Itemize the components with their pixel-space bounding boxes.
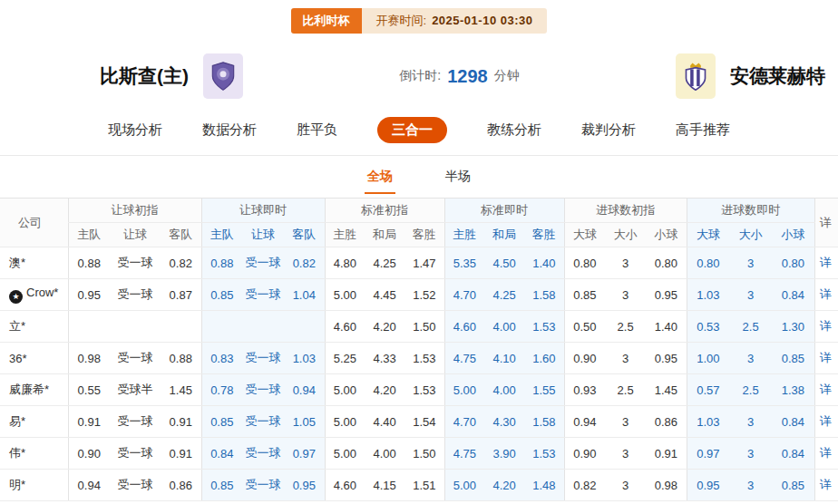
- group-header: 进球数即时: [687, 199, 814, 223]
- odds-cell: 0.85: [201, 470, 242, 501]
- company-cell[interactable]: 澳*: [0, 247, 68, 279]
- odds-cell: 4.20: [484, 470, 524, 501]
- nav-tab-数据分析[interactable]: 数据分析: [202, 121, 257, 139]
- countdown-value: 1298: [447, 66, 488, 87]
- nav-tab-三合一[interactable]: 三合一: [377, 117, 447, 143]
- match-header: 比斯查(主) 倒计时: 1298 分钟 安德莱赫特: [0, 34, 838, 104]
- odds-cell: 0.88: [201, 247, 242, 279]
- table-row: 威廉希*0.55受球半1.450.78受一球0.945.004.201.535.…: [0, 374, 838, 406]
- company-cell[interactable]: 易*: [0, 406, 68, 438]
- nav-tab-教练分析[interactable]: 教练分析: [487, 121, 541, 139]
- home-team-name: 比斯查(主): [100, 63, 189, 89]
- nav-tab-现场分析[interactable]: 现场分析: [108, 121, 162, 139]
- odds-cell: 4.70: [444, 279, 484, 311]
- odds-cell: 4.30: [484, 406, 524, 438]
- odds-cell: 0.57: [687, 374, 729, 406]
- group-header: 标准初指: [325, 199, 444, 223]
- league-badge[interactable]: 比利时杯: [291, 8, 362, 34]
- odds-cell: 0.80: [687, 247, 729, 279]
- odds-cell: 0.91: [161, 406, 201, 438]
- sub-column-header: 客队: [161, 223, 201, 247]
- detail-link[interactable]: 详: [814, 374, 838, 406]
- sub-column-header: 大小: [729, 223, 772, 247]
- odds-cell: 受球半: [110, 374, 161, 406]
- company-cell[interactable]: 伟*: [0, 438, 68, 470]
- detail-link[interactable]: 详: [814, 343, 838, 374]
- period-tab-全场[interactable]: 全场: [365, 169, 395, 194]
- odds-cell: 0.82: [284, 247, 325, 279]
- odds-cell: 受一球: [242, 343, 284, 374]
- group-header: 让球即时: [201, 199, 325, 223]
- odds-cell: 0.80: [772, 247, 814, 279]
- odds-cell: 受一球: [110, 343, 161, 374]
- odds-cell: 0.78: [201, 374, 242, 406]
- detail-link[interactable]: 详: [814, 470, 838, 501]
- odds-cell: 0.84: [201, 438, 242, 470]
- odds-cell: 4.75: [444, 438, 484, 470]
- odds-cell: 0.85: [564, 279, 605, 311]
- odds-cell: [242, 311, 284, 343]
- odds-cell: 4.50: [484, 247, 524, 279]
- odds-cell: 0.95: [646, 279, 687, 311]
- odds-table: 公司让球初指让球即时标准初指标准即时进球数初指进球数即时详主队让球客队主队让球客…: [0, 198, 838, 501]
- odds-cell: 3: [605, 343, 646, 374]
- odds-cell: 受一球: [242, 374, 284, 406]
- odds-cell: 0.88: [68, 247, 110, 279]
- period-tab-半场[interactable]: 半场: [443, 169, 473, 194]
- odds-cell: 受一球: [242, 470, 284, 501]
- kickoff-value: 2025-01-10 03:30: [432, 14, 532, 27]
- odds-cell: 1.47: [404, 247, 444, 279]
- company-cell[interactable]: 明*: [0, 470, 68, 501]
- odds-cell: 1.58: [524, 406, 564, 438]
- nav-tab-胜平负[interactable]: 胜平负: [297, 121, 337, 139]
- company-cell[interactable]: ★Crow*: [0, 279, 68, 311]
- sub-column-header: 和局: [484, 223, 524, 247]
- table-row: 明*0.94受一球0.860.85受一球0.954.604.151.515.00…: [0, 470, 838, 501]
- nav-tab-高手推荐[interactable]: 高手推荐: [676, 121, 730, 139]
- odds-cell: 2.5: [729, 311, 772, 343]
- odds-cell: 0.55: [68, 374, 110, 406]
- odds-cell: 1.40: [524, 247, 564, 279]
- odds-cell: 受一球: [242, 406, 284, 438]
- odds-cell: 3: [605, 406, 646, 438]
- company-column-header: 公司: [0, 199, 68, 247]
- odds-cell: [201, 311, 242, 343]
- odds-cell: 1.53: [404, 343, 444, 374]
- odds-cell: 1.52: [404, 279, 444, 311]
- nav-tab-裁判分析[interactable]: 裁判分析: [581, 121, 636, 139]
- odds-cell: 0.80: [646, 247, 687, 279]
- odds-cell: 5.00: [325, 406, 365, 438]
- detail-link[interactable]: 详: [814, 247, 838, 279]
- odds-cell: 0.83: [201, 343, 242, 374]
- odds-cell: 4.60: [444, 311, 484, 343]
- detail-link[interactable]: 详: [814, 311, 838, 343]
- odds-cell: 4.40: [365, 406, 404, 438]
- odds-cell: 4.60: [325, 470, 365, 501]
- company-cell[interactable]: 威廉希*: [0, 374, 68, 406]
- odds-cell: 1.53: [524, 438, 564, 470]
- odds-cell: 3: [605, 279, 646, 311]
- away-crest-icon: [676, 53, 716, 99]
- odds-cell: 4.00: [484, 374, 524, 406]
- odds-cell: 受一球: [242, 247, 284, 279]
- odds-cell: 1.55: [524, 374, 564, 406]
- company-cell[interactable]: 36*: [0, 343, 68, 374]
- odds-cell: 5.00: [325, 374, 365, 406]
- odds-table-head: 公司让球初指让球即时标准初指标准即时进球数初指进球数即时详主队让球客队主队让球客…: [0, 199, 838, 247]
- odds-cell: 0.82: [564, 470, 605, 501]
- odds-cell: 0.95: [68, 279, 110, 311]
- odds-cell: 4.00: [365, 438, 404, 470]
- away-team-name: 安德莱赫特: [730, 63, 825, 89]
- home-team: 比斯查(主): [100, 53, 243, 99]
- company-cell[interactable]: 立*: [0, 311, 68, 343]
- detail-link[interactable]: 详: [814, 279, 838, 311]
- odds-cell: 4.15: [365, 470, 404, 501]
- detail-link[interactable]: 详: [814, 438, 838, 470]
- detail-link[interactable]: 详: [814, 406, 838, 438]
- odds-cell: 1.03: [284, 343, 325, 374]
- countdown-label: 倒计时:: [399, 68, 441, 84]
- odds-cell: 受一球: [110, 470, 161, 501]
- odds-cell: 4.80: [325, 247, 365, 279]
- odds-cell: 1.60: [524, 343, 564, 374]
- odds-cell: 0.98: [68, 343, 110, 374]
